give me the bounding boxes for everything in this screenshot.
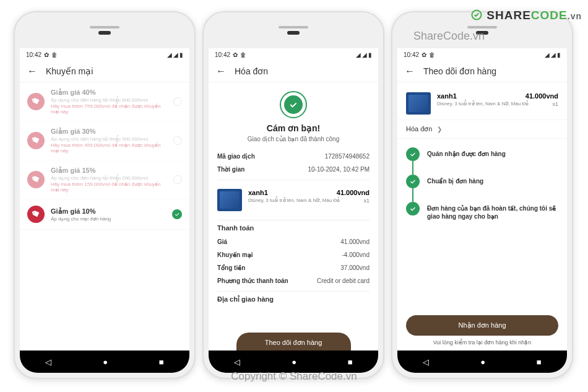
back-button[interactable]: ← [27, 66, 37, 77]
back-button[interactable]: ← [405, 66, 415, 77]
check-selected-icon[interactable] [172, 209, 182, 219]
page-title: Hóa đơn [235, 66, 268, 76]
address-section: Địa chỉ giao hàng [217, 295, 370, 303]
status-bar: 10:42✿🗑 ◢◢▮ [397, 48, 567, 61]
product-thumb [406, 92, 431, 115]
payment-row: Khuyến mại-4.000vnd [217, 248, 370, 261]
transaction-time: 10-10-2024, 10:42 PM [308, 166, 370, 173]
timeline-step: Đơn hàng của bạn đã hoàn tất, chúng tôi … [406, 202, 558, 220]
radio-unselected[interactable] [173, 136, 182, 145]
chevron-right-icon: ❯ [437, 126, 442, 133]
back-button[interactable]: ← [216, 66, 226, 77]
success-check-icon [280, 91, 307, 118]
radio-unselected[interactable] [173, 97, 182, 106]
timeline-step: Chuẩn bị đơn hàng [406, 175, 558, 202]
phone-tracking: 10:42✿🗑 ◢◢▮ ← Theo dõi đơn hàng xanh141.… [391, 11, 573, 379]
copyright-text: Copyright © ShareCode.vn [231, 370, 357, 383]
radio-unselected[interactable] [173, 175, 182, 184]
tag-icon [25, 129, 47, 152]
step-check-icon [406, 202, 420, 216]
android-nav[interactable]: ◁●■ [209, 351, 378, 373]
success-subtitle: Giao dịch của bạn đã thành công [217, 136, 370, 142]
phone-invoice: 10:42✿🗑 ◢◢▮ ← Hóa đơn Cám ơn bạn! Giao d… [202, 11, 384, 379]
step-check-icon [406, 175, 420, 188]
payment-row: Phương thức thanh toánCredit or debit ca… [217, 274, 370, 287]
phone-promotions: 10:42✿🗑 ◢◢▮ ← Khuyến mại Giảm giá 40%Áp … [14, 11, 196, 379]
product-row: xanh141.000vnd Disney, 3 tuổi trở lên, N… [406, 87, 558, 120]
thank-you-text: Cám ơn bạn! [217, 123, 370, 133]
status-bar: 10:42✿🗑 ◢◢▮ [209, 48, 378, 61]
promo-item[interactable]: Giảm giá 15%Áp dụng cho đơn hàng tối thi… [20, 160, 189, 199]
watermark-sharecode: ShareCode.vn [413, 30, 485, 43]
promo-item[interactable]: Giảm giá 30%Áp dụng cho đơn hàng tối thi… [20, 121, 189, 160]
product-thumb [217, 189, 242, 211]
status-bar: 10:42✿🗑 ◢◢▮ [20, 48, 189, 61]
timeline-step: Quán nhận được đơn hàng [406, 147, 558, 175]
tag-icon [25, 168, 47, 191]
promo-item[interactable]: Giảm giá 40%Áp dụng cho đơn hàng tối thi… [20, 82, 189, 121]
tag-icon [25, 90, 47, 113]
watermark-logo: SHARECODE.vn [470, 9, 582, 22]
receive-note: Vui lòng kiểm tra lại đơn hàng khi nhận [406, 339, 558, 346]
payment-section: Thanh toán [217, 224, 370, 232]
step-check-icon [406, 147, 420, 161]
page-title: Theo dõi đơn hàng [423, 66, 496, 76]
receive-order-button[interactable]: Nhận đơn hàng [406, 315, 558, 336]
android-nav[interactable]: ◁●■ [397, 351, 567, 373]
transaction-id: 1728574948652 [325, 153, 370, 160]
promo-item[interactable]: Giảm giá 10%Áp dụng cho mọi đơn hàng [20, 199, 189, 230]
invoice-link[interactable]: Hóa đơn❯ [397, 120, 567, 139]
android-nav[interactable]: ◁●■ [20, 351, 189, 373]
product-row: xanh141.000vnd Disney, 3 tuổi trở lên, N… [217, 184, 370, 216]
payment-row: Giá41.000vnd [217, 235, 370, 248]
page-title: Khuyến mại [46, 66, 93, 76]
payment-row: Tổng tiền37.000vnd [217, 261, 370, 274]
tag-icon [25, 203, 47, 225]
